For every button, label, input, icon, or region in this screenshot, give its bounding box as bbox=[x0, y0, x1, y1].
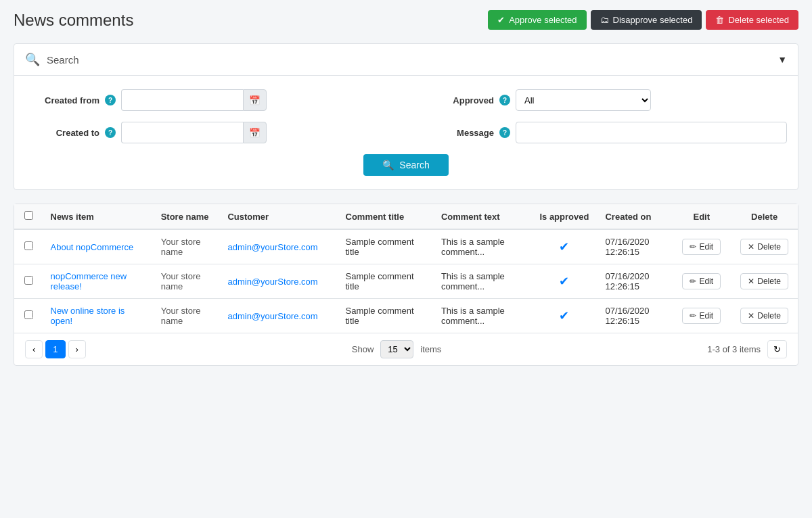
pagination-info-text: 1-3 of 3 items bbox=[707, 344, 761, 354]
chevron-down-icon: ▼ bbox=[777, 54, 787, 65]
row-comment-text-0: This is a sample comment... bbox=[434, 229, 530, 264]
row-checkbox-cell bbox=[14, 299, 44, 333]
calendar-icon-2: 📅 bbox=[249, 128, 261, 138]
edit-pencil-icon: ✏ bbox=[690, 277, 696, 286]
message-input[interactable] bbox=[516, 122, 787, 143]
edit-button-0[interactable]: ✏ Edit bbox=[682, 239, 721, 255]
show-label: Show bbox=[352, 344, 374, 354]
created-to-input[interactable] bbox=[121, 122, 243, 143]
approved-help-icon[interactable]: ? bbox=[499, 95, 510, 105]
search-form-grid: Created from ? 📅 Approved ? bbox=[25, 89, 787, 143]
delete-button-0[interactable]: ✕ Delete bbox=[740, 239, 788, 255]
row-customer-2: admin@yourStore.com bbox=[221, 299, 338, 333]
message-help-icon[interactable]: ? bbox=[499, 127, 510, 138]
select-all-header bbox=[14, 204, 44, 229]
approve-selected-label: Approve selected bbox=[509, 15, 577, 25]
search-panel: 🔍 Search ▼ Created from ? 📅 bbox=[14, 43, 798, 190]
table-footer: ‹ 1 › Show 15 25 50 items 1-3 of 3 items… bbox=[14, 333, 798, 365]
created-from-calendar-button[interactable]: 📅 bbox=[243, 89, 267, 111]
edit-pencil-icon: ✏ bbox=[690, 311, 696, 321]
table-body: About nopCommerce Your store name admin@… bbox=[14, 229, 798, 333]
disapprove-selected-label: Disapprove selected bbox=[613, 15, 693, 25]
delete-x-icon: ✕ bbox=[748, 277, 754, 286]
customer-link-1[interactable]: admin@yourStore.com bbox=[227, 277, 317, 287]
row-checkbox-1[interactable] bbox=[24, 276, 33, 285]
prev-page-button[interactable]: ‹ bbox=[25, 340, 43, 358]
approved-checkmark-icon: ✔ bbox=[559, 240, 569, 254]
row-store-name-1: Your store name bbox=[154, 264, 221, 299]
created-from-input-group: 📅 bbox=[121, 89, 267, 111]
message-row: Message ? bbox=[420, 122, 787, 143]
row-created-on-0: 07/16/2020 12:26:15 bbox=[598, 229, 672, 264]
created-to-input-group: 📅 bbox=[121, 122, 267, 143]
news-item-link-2[interactable]: New online store is open! bbox=[51, 306, 125, 326]
refresh-button[interactable]: ↻ bbox=[767, 340, 787, 358]
table-wrapper: News item Store name Customer Comment ti… bbox=[14, 204, 798, 333]
approved-field: Approved ? All Yes No bbox=[420, 89, 787, 111]
show-count-select[interactable]: 15 25 50 bbox=[380, 340, 413, 358]
disapprove-selected-button[interactable]: 🗂 Disapprove selected bbox=[591, 10, 702, 30]
news-item-link-0[interactable]: About nopCommerce bbox=[51, 242, 134, 252]
col-news-item: News item bbox=[44, 204, 154, 229]
page-1-button[interactable]: 1 bbox=[45, 340, 65, 358]
row-customer-0: admin@yourStore.com bbox=[221, 229, 338, 264]
table-header-row: News item Store name Customer Comment ti… bbox=[14, 204, 798, 229]
row-checkbox-2[interactable] bbox=[24, 310, 33, 319]
message-label: Message bbox=[420, 128, 494, 138]
approved-checkmark-icon: ✔ bbox=[559, 275, 569, 288]
pagination: ‹ 1 › bbox=[25, 340, 86, 358]
comments-table: News item Store name Customer Comment ti… bbox=[14, 204, 798, 333]
table-row: nopCommerce new release! Your store name… bbox=[14, 264, 798, 299]
created-from-input[interactable] bbox=[121, 89, 243, 111]
row-news-item-2: New online store is open! bbox=[44, 299, 154, 333]
created-to-help-icon[interactable]: ? bbox=[105, 127, 116, 138]
page-title: News comments bbox=[14, 11, 133, 30]
table-panel: News item Store name Customer Comment ti… bbox=[14, 204, 798, 366]
next-page-button[interactable]: › bbox=[68, 340, 86, 358]
row-is-approved-0: ✔ bbox=[530, 229, 598, 264]
delete-button-2[interactable]: ✕ Delete bbox=[740, 308, 788, 324]
created-to-calendar-button[interactable]: 📅 bbox=[243, 122, 267, 143]
row-is-approved-2: ✔ bbox=[530, 299, 598, 333]
search-btn-icon: 🔍 bbox=[382, 160, 394, 170]
select-all-checkbox[interactable] bbox=[24, 211, 33, 220]
row-news-item-1: nopCommerce new release! bbox=[44, 264, 154, 299]
search-panel-title: Search bbox=[47, 54, 79, 66]
col-edit: Edit bbox=[672, 204, 731, 229]
refresh-icon: ↻ bbox=[773, 344, 781, 354]
customer-link-0[interactable]: admin@yourStore.com bbox=[227, 242, 317, 252]
row-delete-cell-0: ✕ Delete bbox=[731, 229, 798, 264]
search-btn-label: Search bbox=[399, 160, 429, 170]
row-delete-cell-2: ✕ Delete bbox=[731, 299, 798, 333]
delete-selected-button[interactable]: 🗑 Delete selected bbox=[706, 10, 798, 30]
news-item-link-1[interactable]: nopCommerce new release! bbox=[51, 271, 127, 291]
col-comment-text: Comment text bbox=[434, 204, 530, 229]
created-from-help-icon[interactable]: ? bbox=[105, 95, 116, 105]
row-checkbox-cell bbox=[14, 264, 44, 299]
search-panel-header-left: 🔍 Search bbox=[25, 52, 79, 67]
row-customer-1: admin@yourStore.com bbox=[221, 264, 338, 299]
edit-button-1[interactable]: ✏ Edit bbox=[682, 273, 721, 289]
delete-button-1[interactable]: ✕ Delete bbox=[740, 273, 788, 289]
col-is-approved: Is approved bbox=[530, 204, 598, 229]
search-button[interactable]: 🔍 Search bbox=[363, 154, 448, 176]
edit-button-2[interactable]: ✏ Edit bbox=[682, 308, 721, 324]
row-checkbox-0[interactable] bbox=[24, 241, 33, 250]
table-row: New online store is open! Your store nam… bbox=[14, 299, 798, 333]
approved-row: Approved ? All Yes No bbox=[420, 89, 787, 111]
created-to-row: Created to ? 📅 bbox=[25, 122, 392, 143]
col-comment-title: Comment title bbox=[339, 204, 434, 229]
approve-selected-button[interactable]: ✔ Approve selected bbox=[488, 10, 586, 30]
edit-pencil-icon: ✏ bbox=[690, 242, 696, 252]
search-panel-toggle[interactable]: 🔍 Search ▼ bbox=[14, 44, 798, 76]
delete-x-icon: ✕ bbox=[748, 242, 754, 252]
show-items-control: Show 15 25 50 items bbox=[352, 340, 442, 358]
row-edit-cell-2: ✏ Edit bbox=[672, 299, 731, 333]
row-created-on-2: 07/16/2020 12:26:15 bbox=[598, 299, 672, 333]
created-from-field: Created from ? 📅 bbox=[25, 89, 392, 111]
row-comment-text-1: This is a sample comment... bbox=[434, 264, 530, 299]
approved-select[interactable]: All Yes No bbox=[516, 89, 651, 111]
search-panel-body: Created from ? 📅 Approved ? bbox=[14, 76, 798, 189]
customer-link-2[interactable]: admin@yourStore.com bbox=[227, 311, 317, 321]
search-button-row: 🔍 Search bbox=[25, 154, 787, 176]
